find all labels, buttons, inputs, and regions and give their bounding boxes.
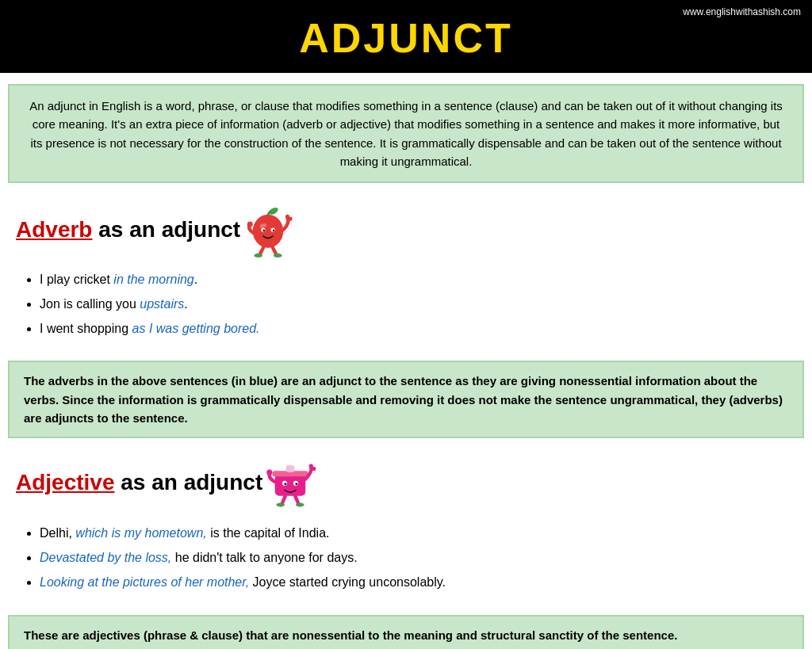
- svg-point-18: [296, 483, 298, 485]
- adverb-b3-before: I went shopping: [40, 322, 132, 335]
- adverb-bullet-2: Jon is calling you upstairs.: [40, 293, 788, 316]
- svg-point-8: [289, 216, 293, 220]
- adj-b2-highlight: Devastated by the loss,: [40, 551, 171, 564]
- intro-text: An adjunct in English is a word, phrase,…: [29, 99, 783, 168]
- adverb-info-box: The adverbs in the above sentences (in b…: [8, 361, 804, 438]
- page-title: ADJUNCT: [16, 14, 796, 62]
- adverb-title-underline: Adverb: [16, 217, 92, 242]
- adverb-info-text: The adverbs in the above sentences (in b…: [24, 374, 783, 425]
- svg-point-20: [312, 467, 316, 471]
- svg-rect-14: [286, 465, 295, 472]
- adjective-title-rest: as an adjunct: [115, 470, 263, 494]
- header: www.englishwithashish.com ADJUNCT: [0, 0, 812, 73]
- adverb-b2-highlight: upstairs: [140, 297, 184, 311]
- adverb-b3-highlight: as I was getting bored.: [132, 322, 260, 335]
- adverb-b1-after: .: [194, 273, 197, 286]
- adj-b1-before: Delhi,: [40, 526, 75, 540]
- svg-point-2: [268, 206, 279, 216]
- adverb-b2-after: .: [184, 297, 187, 311]
- adverb-title-rest: as an adjunct: [92, 217, 240, 242]
- adjective-section: Adjective as an adjunct: [8, 446, 804, 606]
- svg-point-21: [266, 470, 272, 475]
- intro-box: An adjunct in English is a word, phrase,…: [8, 84, 804, 183]
- paint-bucket-character: [262, 454, 318, 511]
- adj-b3-highlight: Looking at the pictures of her mother,: [40, 575, 249, 589]
- adjective-bullet-3: Looking at the pictures of her mother, J…: [40, 571, 788, 594]
- adjective-bullet-1: Delhi, which is my hometown, is the capi…: [40, 522, 788, 545]
- svg-point-11: [274, 254, 282, 258]
- adverb-b2-before: Jon is calling you: [40, 297, 140, 311]
- adjective-heading-area: Adjective as an adjunct: [8, 446, 804, 516]
- svg-point-17: [285, 483, 287, 485]
- adverb-heading-area: Adverb as an adjunct: [8, 194, 804, 262]
- adverb-b1-before: I play cricket: [40, 273, 113, 286]
- adverb-section-title: Adverb as an adjunct: [16, 217, 240, 242]
- svg-point-5: [263, 230, 266, 232]
- adverb-bullet-3: I went shopping as I was getting bored.: [40, 318, 788, 341]
- adjective-title-underline: Adjective: [16, 470, 115, 494]
- adj-b3-after: Joyce started crying unconsolably.: [249, 575, 446, 589]
- adj-b1-highlight: which is my hometown,: [75, 526, 206, 540]
- adj-b1-after: is the capital of India.: [207, 526, 330, 540]
- svg-point-9: [247, 222, 253, 227]
- adj-b2-after: he didn't talk to anyone for days.: [171, 551, 357, 564]
- adjective-bullet-2: Devastated by the loss, he didn't talk t…: [40, 547, 788, 570]
- adjective-info-box: These are adjectives (phrase & clause) t…: [8, 615, 804, 649]
- adverb-bullet-1: I play cricket in the morning.: [40, 269, 788, 292]
- adverb-b1-highlight: in the morning: [113, 273, 193, 286]
- svg-point-22: [277, 503, 285, 507]
- adjective-bullet-list: Delhi, which is my hometown, is the capi…: [8, 516, 804, 606]
- adverb-bullet-list: I play cricket in the morning. Jon is ca…: [8, 262, 804, 353]
- svg-point-0: [253, 215, 284, 248]
- website-url: www.englishwithashish.com: [683, 6, 801, 17]
- adjective-info-text: These are adjectives (phrase & clause) t…: [24, 628, 677, 642]
- adverb-section: Adverb as an adjunct: [8, 194, 804, 353]
- adjective-section-title: Adjective as an adjunct: [16, 470, 262, 495]
- apple-character: [240, 202, 296, 258]
- svg-point-23: [296, 503, 304, 507]
- svg-point-6: [273, 230, 275, 232]
- svg-point-10: [255, 254, 263, 258]
